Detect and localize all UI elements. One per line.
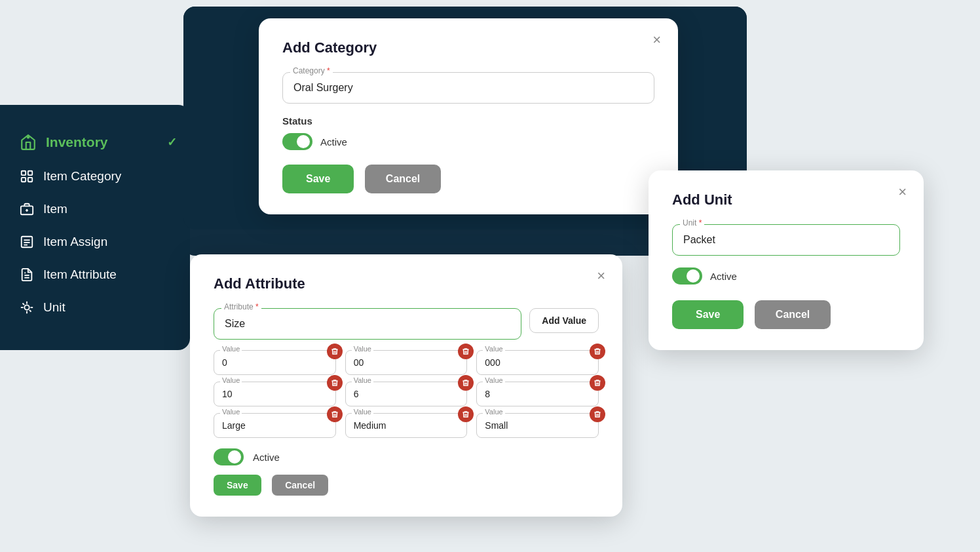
value-field-4: Value: [345, 382, 468, 406]
cancel-attribute-button[interactable]: Cancel: [272, 475, 328, 496]
unit-label: Unit: [43, 300, 66, 315]
value-label-6: Value: [220, 408, 242, 416]
value-input-1[interactable]: [345, 350, 468, 375]
value-field-3: Value: [214, 382, 336, 406]
svg-point-21: [24, 305, 29, 309]
value-label-5: Value: [483, 376, 504, 384]
unit-field-group: Unit *: [672, 224, 900, 256]
add-category-title: Add Category: [282, 39, 654, 56]
value-input-5[interactable]: [476, 382, 599, 406]
value-field-0: Value: [214, 350, 336, 375]
sidebar-item-item[interactable]: Item: [0, 193, 190, 226]
save-unit-button[interactable]: Save: [672, 300, 744, 329]
attribute-footer: Active: [214, 448, 599, 465]
value-input-7[interactable]: [345, 413, 468, 438]
category-input[interactable]: [282, 72, 654, 104]
delete-value-button-8[interactable]: [590, 406, 605, 422]
svg-rect-3: [22, 178, 26, 182]
value-label-3: Value: [220, 376, 242, 384]
item-assign-icon: [20, 235, 34, 249]
value-label-7: Value: [352, 408, 373, 416]
inventory-icon: [20, 134, 37, 151]
value-field-2: Value: [476, 350, 599, 375]
close-category-button[interactable]: ×: [652, 33, 661, 47]
add-value-button[interactable]: Add Value: [529, 308, 599, 333]
unit-field-label: Unit *: [680, 218, 704, 227]
value-input-2[interactable]: [476, 350, 599, 375]
value-input-8[interactable]: [476, 413, 599, 438]
delete-value-button-3[interactable]: [327, 375, 343, 391]
value-field-1: Value: [345, 350, 468, 375]
save-attribute-button[interactable]: Save: [214, 475, 261, 496]
sidebar-item-item-category[interactable]: Item Category: [0, 160, 190, 193]
value-field-5: Value: [476, 382, 599, 406]
value-input-4[interactable]: [345, 382, 468, 406]
svg-rect-1: [22, 171, 26, 175]
inventory-label: Inventory: [46, 134, 108, 150]
add-unit-modal: Add Unit × Unit * Active Save Cancel: [649, 170, 924, 350]
delete-value-button-0[interactable]: [327, 344, 343, 359]
value-label-4: Value: [352, 376, 373, 384]
active-label: Active: [320, 136, 347, 148]
chevron-down-icon: ✓: [167, 135, 177, 149]
sidebar-item-item-attribute[interactable]: Item Attribute: [0, 258, 190, 291]
delete-value-button-2[interactable]: [590, 344, 605, 359]
value-label-2: Value: [483, 345, 504, 353]
sidebar-item-item-assign[interactable]: Item Assign: [0, 226, 190, 258]
item-assign-label: Item Assign: [43, 235, 107, 249]
unit-input[interactable]: [672, 224, 900, 256]
svg-rect-4: [28, 178, 32, 182]
save-category-button[interactable]: Save: [282, 165, 354, 193]
unit-active-toggle[interactable]: [672, 267, 702, 285]
add-attribute-title: Add Attribute: [214, 275, 599, 292]
values-grid: Value Value Value Value Value: [214, 350, 599, 438]
attribute-active-label: Active: [253, 452, 280, 463]
sidebar-item-inventory[interactable]: Inventory ✓: [0, 125, 190, 160]
active-toggle-row: Active: [282, 133, 654, 150]
close-unit-button[interactable]: ×: [898, 185, 907, 199]
sidebar-item-unit[interactable]: Unit: [0, 291, 190, 324]
add-unit-title: Add Unit: [672, 191, 900, 208]
category-field-label: Category *: [290, 66, 333, 75]
item-icon: [20, 202, 34, 216]
unit-active-row: Active: [672, 267, 900, 285]
attribute-field-label: Attribute *: [221, 302, 261, 311]
cancel-unit-button[interactable]: Cancel: [755, 300, 831, 329]
svg-rect-2: [28, 171, 32, 175]
attribute-field-group: Attribute *: [214, 308, 521, 340]
svg-point-0: [28, 136, 29, 138]
category-actions: Save Cancel: [282, 165, 654, 193]
status-section: Status Active: [282, 115, 654, 150]
unit-actions: Save Cancel: [672, 300, 900, 329]
unit-active-label: Active: [710, 271, 737, 282]
value-input-6[interactable]: [214, 413, 336, 438]
delete-value-button-4[interactable]: [458, 375, 474, 391]
add-attribute-modal: Add Attribute × Attribute * Add Value Va…: [190, 254, 622, 517]
delete-value-button-7[interactable]: [458, 406, 474, 422]
item-attribute-label: Item Attribute: [43, 267, 117, 282]
value-field-8: Value: [476, 413, 599, 438]
value-field-7: Value: [345, 413, 468, 438]
delete-value-button-5[interactable]: [590, 375, 605, 391]
sidebar: Inventory ✓ Item Category Item: [0, 105, 190, 350]
add-category-modal: Add Category × Category * Status Active …: [259, 18, 678, 214]
delete-value-button-6[interactable]: [327, 406, 343, 422]
value-label-8: Value: [483, 408, 504, 416]
attribute-input[interactable]: [214, 308, 521, 340]
unit-icon: [20, 300, 34, 315]
value-input-3[interactable]: [214, 382, 336, 406]
value-input-0[interactable]: [214, 350, 336, 375]
value-label-0: Value: [220, 345, 242, 353]
item-category-label: Item Category: [43, 169, 121, 184]
item-attribute-icon: [20, 267, 34, 282]
svg-line-17: [23, 304, 25, 306]
attribute-active-toggle[interactable]: [214, 448, 244, 465]
active-toggle[interactable]: [282, 133, 312, 150]
delete-value-button-1[interactable]: [458, 344, 474, 359]
status-label: Status: [282, 115, 654, 127]
category-field-group: Category *: [282, 72, 654, 104]
item-label: Item: [43, 202, 67, 216]
close-attribute-button[interactable]: ×: [597, 269, 605, 283]
attribute-header: Attribute * Add Value: [214, 308, 599, 340]
cancel-category-button[interactable]: Cancel: [365, 165, 441, 193]
